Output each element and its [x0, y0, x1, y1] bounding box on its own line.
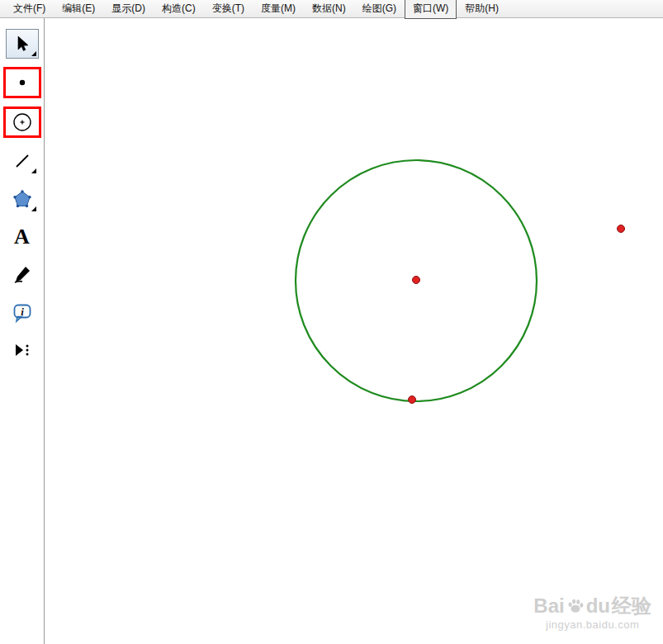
custom-tool-icon [12, 341, 32, 361]
text-tool-glyph: A [14, 226, 30, 248]
menu-graph[interactable]: 绘图(G) [354, 0, 405, 19]
marker-tool[interactable] [6, 260, 39, 290]
menu-help[interactable]: 帮助(H) [457, 0, 507, 19]
point-tool[interactable] [3, 67, 41, 98]
compass-circle-icon [12, 111, 33, 133]
point-on-circle[interactable] [409, 396, 416, 404]
menu-window[interactable]: 窗口(W) [405, 0, 457, 19]
tool-palette: A i [0, 18, 45, 644]
flyout-arrow-icon [31, 168, 36, 173]
app-window: 文件(F) 编辑(E) 显示(D) 构造(C) 变换(T) 度量(M) 数据(N… [0, 0, 663, 644]
polygon-tool[interactable] [6, 184, 39, 214]
watermark-url: jingyan.baidu.com [533, 618, 651, 631]
svg-text:i: i [21, 305, 24, 318]
menu-edit[interactable]: 编辑(E) [54, 0, 103, 19]
point-icon [13, 73, 31, 92]
flyout-arrow-icon [31, 206, 36, 211]
watermark-brand-cn: 经验 [612, 595, 651, 617]
baidu-watermark: Bai du 经验 jingyan.baidu.com [533, 595, 651, 631]
line-tool[interactable] [6, 146, 39, 176]
flyout-arrow-icon [31, 51, 36, 56]
menu-measure[interactable]: 度量(M) [253, 0, 304, 19]
selection-arrow-tool[interactable] [6, 29, 39, 59]
custom-tool[interactable] [6, 336, 39, 366]
circle-tool[interactable] [3, 107, 41, 138]
menu-construct[interactable]: 构造(C) [154, 0, 204, 19]
menu-transform[interactable]: 变换(T) [204, 0, 253, 19]
watermark-brand-suffix: du [586, 595, 610, 617]
watermark-brand-prefix: Bai [533, 595, 564, 617]
info-bubble-icon: i [12, 302, 33, 324]
menu-bar: 文件(F) 编辑(E) 显示(D) 构造(C) 变换(T) 度量(M) 数据(N… [0, 0, 663, 18]
circle-center-point[interactable] [413, 277, 420, 284]
marker-pen-icon [12, 265, 32, 285]
arrow-cursor-icon [13, 35, 31, 53]
menu-file[interactable]: 文件(F) [5, 0, 54, 19]
text-tool[interactable]: A [6, 222, 39, 252]
menu-data[interactable]: 数据(N) [304, 0, 354, 19]
free-point[interactable] [618, 225, 625, 233]
pentagon-icon [12, 189, 32, 209]
menu-display[interactable]: 显示(D) [103, 0, 154, 19]
info-tool[interactable]: i [6, 298, 39, 328]
paw-icon [566, 597, 585, 615]
line-segment-icon [13, 152, 31, 170]
sketch-canvas[interactable] [0, 0, 663, 644]
